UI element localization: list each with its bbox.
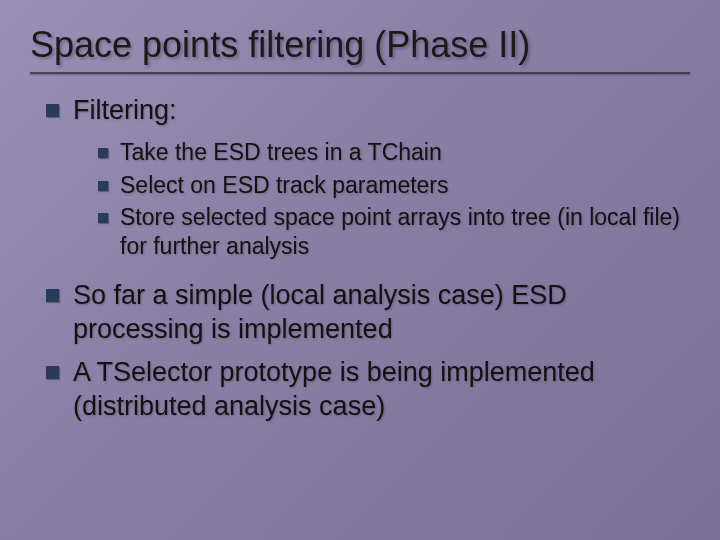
slide-title: Space points filtering (Phase II) xyxy=(30,24,690,66)
list-item-text: Select on ESD track parameters xyxy=(120,171,449,200)
list-item: Store selected space point arrays into t… xyxy=(98,203,690,261)
square-bullet-icon xyxy=(98,148,108,158)
spacer xyxy=(30,265,690,279)
list-item-text: So far a simple (local analysis case) ES… xyxy=(73,279,690,347)
list-item: So far a simple (local analysis case) ES… xyxy=(46,279,690,347)
list-item: Filtering: xyxy=(46,94,690,128)
list-item: A TSelector prototype is being implement… xyxy=(46,356,690,424)
square-bullet-icon xyxy=(98,181,108,191)
list-item: Take the ESD trees in a TChain xyxy=(98,138,690,167)
list-item: Select on ESD track parameters xyxy=(98,171,690,200)
square-bullet-icon xyxy=(98,213,108,223)
list-item-text: A TSelector prototype is being implement… xyxy=(73,356,690,424)
list-item-text: Store selected space point arrays into t… xyxy=(120,203,690,261)
list-item-text: Filtering: xyxy=(73,94,177,128)
square-bullet-icon xyxy=(46,366,59,379)
slide: Space points filtering (Phase II) Filter… xyxy=(0,0,720,540)
square-bullet-icon xyxy=(46,104,59,117)
title-underline xyxy=(30,72,690,74)
list-item-text: Take the ESD trees in a TChain xyxy=(120,138,442,167)
square-bullet-icon xyxy=(46,289,59,302)
